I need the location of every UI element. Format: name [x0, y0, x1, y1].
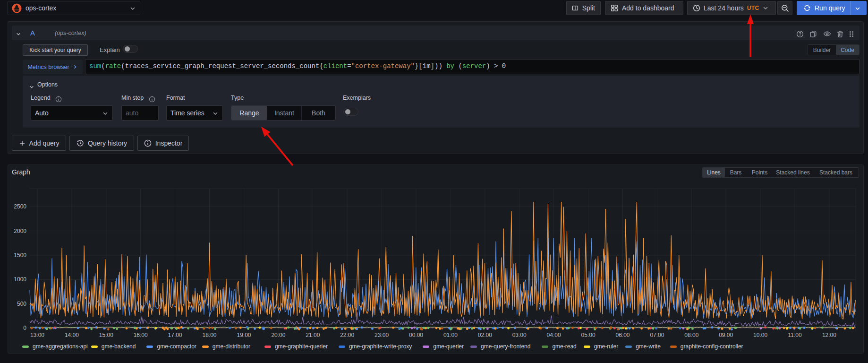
svg-text:13:00: 13:00: [30, 332, 44, 338]
svg-text:10:00: 10:00: [753, 332, 767, 338]
svg-text:09:00: 09:00: [719, 332, 733, 338]
svg-text:21:00: 21:00: [306, 332, 320, 338]
svg-text:01:00: 01:00: [443, 332, 458, 338]
svg-text:11:00: 11:00: [788, 332, 801, 338]
svg-text:05:00: 05:00: [581, 332, 596, 338]
svg-text:14:00: 14:00: [65, 332, 79, 338]
svg-text:06:00: 06:00: [615, 332, 630, 338]
svg-text:07:00: 07:00: [650, 332, 664, 338]
svg-text:23:00: 23:00: [374, 332, 389, 338]
svg-text:08:00: 08:00: [684, 332, 698, 338]
svg-text:16:00: 16:00: [134, 332, 148, 338]
svg-text:12:00: 12:00: [822, 332, 836, 338]
svg-text:20:00: 20:00: [271, 332, 285, 338]
svg-text:17:00: 17:00: [168, 332, 182, 338]
svg-text:00:00: 00:00: [409, 332, 423, 338]
svg-text:15:00: 15:00: [99, 332, 113, 338]
svg-text:02:00: 02:00: [478, 332, 492, 338]
svg-text:18:00: 18:00: [202, 332, 216, 338]
svg-text:2000: 2000: [14, 228, 26, 234]
svg-text:22:00: 22:00: [340, 332, 354, 338]
svg-text:1500: 1500: [14, 252, 26, 259]
svg-text:04:00: 04:00: [547, 332, 561, 338]
svg-text:03:00: 03:00: [512, 332, 527, 338]
svg-text:0: 0: [23, 325, 26, 331]
svg-text:2500: 2500: [14, 203, 26, 210]
svg-text:19:00: 19:00: [237, 332, 251, 338]
svg-text:1000: 1000: [14, 276, 26, 283]
svg-text:500: 500: [17, 301, 26, 307]
